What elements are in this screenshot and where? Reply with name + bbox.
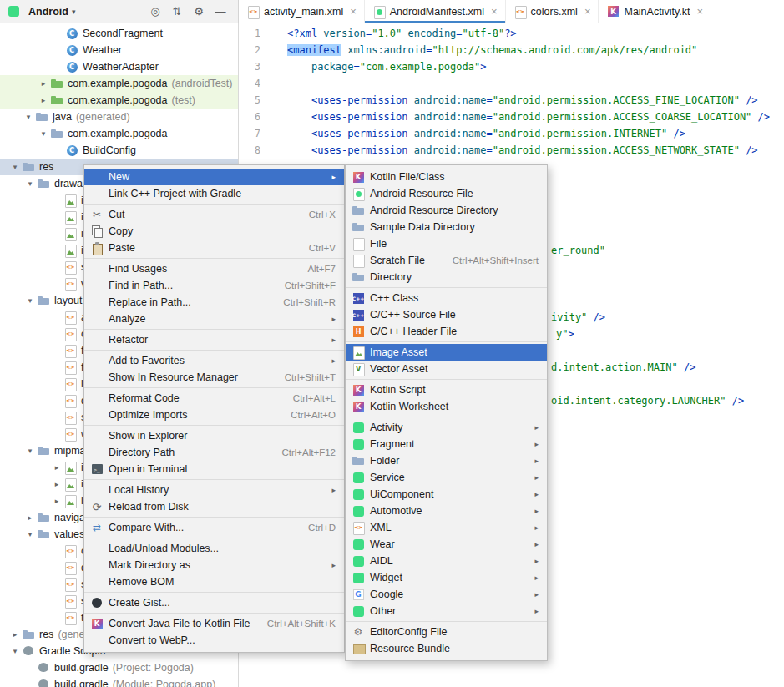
filter-icon[interactable]: ⇅ <box>166 5 188 18</box>
chevron-down-icon[interactable]: ▾ <box>8 647 22 655</box>
tree-item-weatheradapter[interactable]: CWeatherAdapter <box>0 58 238 75</box>
menu-item-link-c-project-with-gradle[interactable]: Link C++ Project with Gradle <box>84 185 344 202</box>
menu-item-file[interactable]: File <box>346 235 547 252</box>
tree-item-com-example-pogoda[interactable]: ▸com.example.pogoda(test) <box>0 92 238 109</box>
menu-item-refactor[interactable]: Refactor▸ <box>84 331 344 348</box>
menu-item-reformat-code[interactable]: Reformat CodeCtrl+Alt+L <box>84 390 344 407</box>
menu-item-copy[interactable]: Copy <box>84 223 344 240</box>
chevron-down-icon[interactable]: ▾ <box>72 8 76 16</box>
menu-item-google[interactable]: GGoogle▸ <box>346 586 547 603</box>
menu-item-xml[interactable]: <>XML▸ <box>346 519 547 536</box>
tree-item-weather[interactable]: CWeather <box>0 42 238 58</box>
menu-item-add-to-favorites[interactable]: Add to Favorites▸ <box>84 352 344 369</box>
tree-item-java[interactable]: ▾java(generated) <box>0 109 238 125</box>
menu-item-analyze[interactable]: Analyze▸ <box>84 311 344 327</box>
menu-item-aidl[interactable]: AIDL▸ <box>346 553 547 569</box>
menu-item-mark-directory-as[interactable]: Mark Directory as▸ <box>84 557 344 573</box>
chevron-right-icon[interactable]: ▸ <box>50 480 63 488</box>
chevron-down-icon[interactable]: ▾ <box>23 530 37 538</box>
chevron-down-icon[interactable]: ▾ <box>23 447 37 455</box>
settings-gear-icon[interactable]: ⚙ <box>188 5 210 18</box>
code-line[interactable]: <?xml version="1.0" encoding="utf-8"?> <box>287 25 517 42</box>
tree-item-buildconfig[interactable]: CBuildConfig <box>0 142 238 159</box>
project-view-selector[interactable]: Android <box>28 6 68 18</box>
menu-item-show-in-resource-manager[interactable]: Show In Resource ManagerCtrl+Shift+T <box>84 369 344 386</box>
menu-item-open-in-terminal[interactable]: >_Open in Terminal <box>84 461 344 477</box>
tab-mainactivity-kt[interactable]: KMainActivity.kt× <box>599 0 711 23</box>
menu-item-c-class[interactable]: C++C++ Class <box>346 290 547 306</box>
menu-item-folder[interactable]: Folder▸ <box>346 452 547 469</box>
menu-item-c-c-header-file[interactable]: HC/C++ Header File <box>346 323 547 340</box>
menu-item-other[interactable]: Other▸ <box>346 603 547 619</box>
chevron-down-icon[interactable]: ▾ <box>23 179 37 188</box>
menu-item-reload-from-disk[interactable]: ⟳Reload from Disk <box>84 498 344 515</box>
menu-item-show-in-explorer[interactable]: Show in Explorer <box>84 427 344 444</box>
menu-item-create-gist[interactable]: Create Gist... <box>84 594 344 611</box>
close-icon[interactable]: × <box>584 5 591 18</box>
chevron-down-icon[interactable]: ▾ <box>22 113 35 121</box>
menu-item-local-history[interactable]: Local History▸ <box>84 482 344 498</box>
menu-item-cut[interactable]: ✂CutCtrl+X <box>84 206 344 223</box>
menu-item-paste[interactable]: PasteCtrl+V <box>84 240 344 256</box>
chevron-right-icon[interactable]: ▸ <box>23 513 37 522</box>
menu-item-optimize-imports[interactable]: Optimize ImportsCtrl+Alt+O <box>84 407 344 423</box>
locate-file-icon[interactable]: ◎ <box>144 5 166 18</box>
menu-item-load-unload-modules[interactable]: Load/Unload Modules... <box>84 540 344 557</box>
menu-item-sample-data-directory[interactable]: Sample Data Directory <box>346 219 547 235</box>
tree-item-com-example-pogoda[interactable]: ▾com.example.pogoda <box>0 125 238 142</box>
menu-item-c-c-source-file[interactable]: C++C/C++ Source File <box>346 306 547 323</box>
menu-item-activity[interactable]: Activity▸ <box>346 419 547 436</box>
menu-item-kotlin-script[interactable]: KKotlin Script <box>346 381 547 398</box>
chevron-down-icon[interactable]: ▾ <box>8 163 22 171</box>
menu-item-kotlin-file-class[interactable]: KKotlin File/Class <box>346 169 547 185</box>
hide-panel-icon[interactable]: — <box>210 5 231 18</box>
menu-item-new[interactable]: New▸ <box>84 169 344 185</box>
menu-item-find-in-path[interactable]: Find in Path...Ctrl+Shift+F <box>84 277 344 294</box>
tab-activity-main-xml[interactable]: <>activity_main.xml× <box>239 0 365 23</box>
menu-item-remove-bom[interactable]: Remove BOM <box>84 573 344 590</box>
menu-item-vector-asset[interactable]: VVector Asset <box>346 361 547 377</box>
chevron-down-icon[interactable]: ▾ <box>23 296 37 305</box>
menu-item-compare-with[interactable]: ⇄Compare With...Ctrl+D <box>84 519 344 536</box>
menu-item-kotlin-worksheet[interactable]: KKotlin Worksheet <box>346 398 547 415</box>
menu-item-resource-bundle[interactable]: Resource Bundle <box>346 640 547 657</box>
tree-item-com-example-pogoda[interactable]: ▸com.example.pogoda(androidTest) <box>0 75 238 92</box>
tree-item-build-gradle[interactable]: build.gradle(Project: Pogoda) <box>0 659 238 676</box>
code-line[interactable]: <manifest xmlns:android="http://schemas.… <box>287 42 697 58</box>
code-line[interactable]: <uses-permission android:name="android.p… <box>287 92 758 109</box>
close-icon[interactable]: × <box>491 5 498 18</box>
menu-item-directory[interactable]: Directory <box>346 269 547 285</box>
chevron-right-icon[interactable]: ▸ <box>37 79 50 88</box>
menu-item-widget[interactable]: Widget▸ <box>346 569 547 586</box>
menu-item-directory-path[interactable]: Directory PathCtrl+Alt+F12 <box>84 444 344 461</box>
close-icon[interactable]: × <box>350 5 357 18</box>
tree-item-build-gradle[interactable]: build.gradle(Module: Pogoda.app) <box>0 676 238 687</box>
menu-item-wear[interactable]: Wear▸ <box>346 536 547 553</box>
chevron-right-icon[interactable]: ▸ <box>50 497 63 505</box>
menu-item-editorconfig-file[interactable]: ⚙EditorConfig File <box>346 624 547 640</box>
menu-item-convert-java-file-to-kotlin-file[interactable]: KConvert Java File to Kotlin FileCtrl+Al… <box>84 615 344 632</box>
code-line[interactable]: <uses-permission android:name="android.p… <box>287 142 758 159</box>
menu-item-android-resource-directory[interactable]: Android Resource Directory <box>346 202 547 219</box>
menu-item-convert-to-webp[interactable]: Convert to WebP... <box>84 632 344 649</box>
tree-item-secondfragment[interactable]: CSecondFragment <box>0 25 238 42</box>
menu-item-replace-in-path[interactable]: Replace in Path...Ctrl+Shift+R <box>84 294 344 311</box>
code-line[interactable]: package="com.example.pogoda"> <box>287 58 486 75</box>
chevron-down-icon[interactable]: ▾ <box>37 129 50 138</box>
close-icon[interactable]: × <box>696 5 703 18</box>
code-line[interactable]: <uses-permission android:name="android.p… <box>287 125 685 142</box>
menu-item-automotive[interactable]: Automotive▸ <box>346 503 547 519</box>
menu-item-android-resource-file[interactable]: Android Resource File <box>346 185 547 202</box>
code-line[interactable]: <uses-permission android:name="android.p… <box>287 109 770 125</box>
tab-androidmanifest-xml[interactable]: AndroidManifest.xml× <box>365 0 506 23</box>
chevron-right-icon[interactable]: ▸ <box>50 463 63 472</box>
menu-item-fragment[interactable]: Fragment▸ <box>346 436 547 452</box>
menu-item-image-asset[interactable]: Image Asset <box>346 344 547 361</box>
menu-item-uicomponent[interactable]: UiComponent▸ <box>346 486 547 503</box>
menu-item-scratch-file[interactable]: Scratch FileCtrl+Alt+Shift+Insert <box>346 252 547 269</box>
menu-item-service[interactable]: Service▸ <box>346 469 547 486</box>
menu-item-find-usages[interactable]: Find UsagesAlt+F7 <box>84 260 344 277</box>
chevron-right-icon[interactable]: ▸ <box>8 630 22 639</box>
tab-colors-xml[interactable]: <>colors.xml× <box>506 0 599 23</box>
chevron-right-icon[interactable]: ▸ <box>37 96 50 104</box>
